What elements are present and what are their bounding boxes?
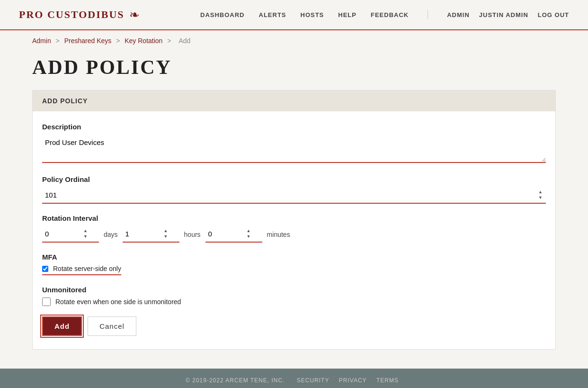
- description-field-group: Description: [42, 123, 546, 165]
- breadcrumb-sep-3: >: [167, 37, 171, 45]
- policy-ordinal-label: Policy Ordinal: [42, 175, 546, 183]
- nav-dashboard[interactable]: DASHBOARD: [200, 11, 245, 18]
- breadcrumb-preshared-keys[interactable]: Preshared Keys: [64, 37, 112, 45]
- minutes-up[interactable]: ▲: [245, 228, 252, 234]
- unmonitored-field-group: Unmonitored Rotate even when one side is…: [42, 286, 546, 306]
- card-header: ADD POLICY: [33, 90, 555, 111]
- policy-ordinal-wrapper: ▲ ▼: [42, 187, 546, 204]
- logo-text: PRO CUSTODIBUS: [19, 9, 125, 21]
- nav-hosts[interactable]: HOSTS: [301, 11, 324, 18]
- policy-ordinal-down[interactable]: ▼: [537, 195, 544, 200]
- card-body: Description Policy Ordinal ▲ ▼ Rotation …: [33, 111, 555, 349]
- hours-up[interactable]: ▲: [162, 228, 169, 234]
- mfa-checkbox-group: Rotate server-side only: [42, 265, 546, 275]
- policy-ordinal-spinner[interactable]: ▲ ▼: [535, 189, 546, 201]
- hours-unit: hours: [184, 231, 201, 238]
- description-label: Description: [42, 123, 546, 131]
- breadcrumb-admin[interactable]: Admin: [32, 37, 51, 45]
- logo: PRO CUSTODIBUS ❧: [19, 8, 140, 22]
- mfa-checkbox-row: Rotate server-side only: [42, 265, 121, 275]
- footer: © 2019-2022 ARCEM TENE, INC. SECURITY PR…: [0, 369, 588, 388]
- days-down[interactable]: ▼: [82, 234, 89, 239]
- unmonitored-checkbox-label: Rotate even when one side is unmonitored: [55, 298, 181, 306]
- days-unit: days: [104, 231, 118, 238]
- breadcrumb-key-rotation[interactable]: Key Rotation: [125, 37, 162, 45]
- hours-spinner[interactable]: ▲ ▼: [160, 227, 171, 240]
- minutes-unit: minutes: [267, 231, 290, 238]
- minutes-input[interactable]: [205, 226, 243, 242]
- footer-security[interactable]: SECURITY: [297, 377, 330, 384]
- add-policy-card: ADD POLICY Description Policy Ordinal ▲ …: [32, 90, 556, 350]
- mfa-checkbox-label: Rotate server-side only: [53, 265, 121, 272]
- breadcrumb-sep-1: >: [56, 37, 60, 45]
- hours-input-box: ▲ ▼: [123, 226, 179, 243]
- days-spinner[interactable]: ▲ ▼: [80, 227, 91, 240]
- page-title: ADD POLICY: [32, 56, 556, 79]
- hours-input[interactable]: [123, 226, 160, 242]
- logo-icon: ❧: [129, 8, 140, 22]
- main-content: ADD POLICY ADD POLICY Description Policy…: [0, 51, 588, 369]
- policy-ordinal-input[interactable]: [42, 187, 535, 203]
- policy-ordinal-field-group: Policy Ordinal ▲ ▼: [42, 175, 546, 204]
- unmonitored-checkbox[interactable]: [42, 298, 51, 306]
- interval-row: ▲ ▼ days ▲ ▼ hours: [42, 226, 546, 243]
- mfa-label: MFA: [42, 253, 546, 261]
- nav-logout[interactable]: LOG OUT: [538, 11, 569, 18]
- days-input[interactable]: [42, 226, 80, 242]
- unmonitored-checkbox-row: Rotate even when one side is unmonitored: [42, 298, 546, 306]
- unmonitored-label: Unmonitored: [42, 286, 546, 294]
- policy-ordinal-up[interactable]: ▲: [537, 189, 544, 195]
- main-nav: DASHBOARD ALERTS HOSTS HELP FEEDBACK ADM…: [200, 10, 569, 19]
- minutes-input-box: ▲ ▼: [205, 226, 262, 243]
- cancel-button[interactable]: Cancel: [88, 316, 136, 336]
- breadcrumb: Admin > Preshared Keys > Key Rotation > …: [0, 30, 588, 51]
- minutes-spinner[interactable]: ▲ ▼: [243, 227, 254, 240]
- footer-privacy[interactable]: PRIVACY: [339, 377, 367, 384]
- nav-right: ADMIN JUSTIN ADMIN LOG OUT: [447, 11, 569, 18]
- nav-help[interactable]: HELP: [338, 11, 356, 18]
- breadcrumb-add: Add: [178, 37, 190, 45]
- mfa-field-group: MFA Rotate server-side only: [42, 253, 546, 275]
- nav-justin-admin[interactable]: JUSTIN ADMIN: [479, 11, 528, 18]
- nav-feedback[interactable]: FEEDBACK: [371, 11, 409, 18]
- footer-terms[interactable]: TERMS: [376, 377, 399, 384]
- unmonitored-checkbox-group: Rotate even when one side is unmonitored: [42, 298, 546, 306]
- header: PRO CUSTODIBUS ❧ DASHBOARD ALERTS HOSTS …: [0, 0, 588, 30]
- rotation-interval-field-group: Rotation Interval ▲ ▼ days ▲: [42, 214, 546, 243]
- description-input[interactable]: [42, 135, 546, 163]
- breadcrumb-sep-2: >: [116, 37, 120, 45]
- days-input-box: ▲ ▼: [42, 226, 99, 243]
- nav-admin[interactable]: ADMIN: [447, 11, 470, 18]
- nav-alerts[interactable]: ALERTS: [259, 11, 286, 18]
- mfa-checkbox[interactable]: [42, 266, 48, 272]
- rotation-interval-label: Rotation Interval: [42, 214, 546, 222]
- hours-down[interactable]: ▼: [162, 234, 169, 239]
- add-button[interactable]: Add: [42, 316, 82, 336]
- days-up[interactable]: ▲: [82, 228, 89, 234]
- nav-divider: [428, 10, 428, 19]
- minutes-down[interactable]: ▼: [245, 234, 252, 239]
- button-row: Add Cancel: [42, 316, 546, 336]
- footer-copyright: © 2019-2022 ARCEM TENE, INC.: [186, 377, 285, 384]
